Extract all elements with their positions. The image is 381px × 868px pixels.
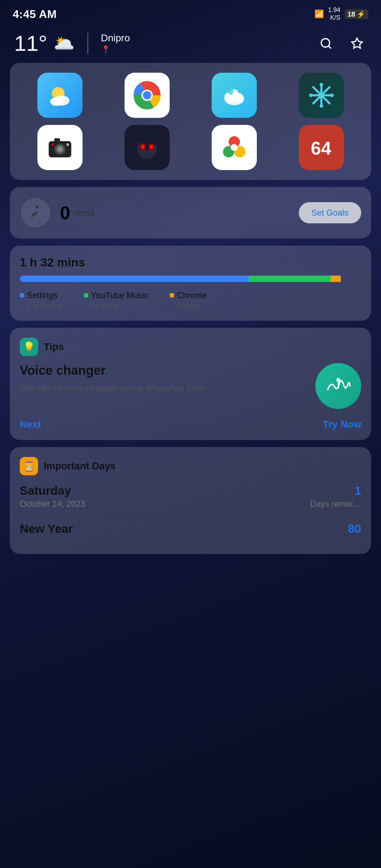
steps-info: 0 steps — [60, 202, 290, 223]
camera-app-icon[interactable] — [37, 125, 83, 170]
steps-count: 0 — [60, 202, 70, 223]
list-item[interactable] — [281, 73, 361, 118]
weather-cloud-icon: 🌥️ — [54, 34, 75, 53]
events-divider — [20, 517, 361, 518]
list-item[interactable] — [107, 125, 187, 170]
saturday-event-days: 1 — [355, 484, 361, 498]
svg-point-34 — [141, 145, 144, 149]
set-goals-button[interactable]: Set Goals — [299, 202, 361, 223]
tips-try-now-button[interactable]: Try Now — [323, 419, 361, 430]
tips-header: 💡 Tips — [20, 338, 361, 356]
important-days-icon: ⏳ — [20, 457, 38, 475]
screen-time-progress-bar — [20, 276, 361, 282]
settings-app-time: 1 h 5 mins — [20, 302, 63, 311]
chrome-app-icon[interactable] — [125, 73, 170, 118]
list-item[interactable] — [107, 73, 187, 118]
battery-icon: ⚡ — [357, 10, 365, 18]
64gram-app-icon[interactable]: 64 — [299, 125, 344, 170]
settings-color-dot — [20, 293, 24, 297]
tips-header-title: Tips — [44, 341, 64, 352]
svg-point-19 — [320, 83, 323, 86]
list-item[interactable] — [20, 125, 100, 170]
dark-app-icon[interactable] — [125, 125, 170, 170]
youtube-music-app-time: 22 mins — [84, 302, 149, 311]
new-year-event-name: New Year — [20, 522, 73, 536]
svg-point-35 — [150, 145, 153, 149]
google-photos-app-icon[interactable] — [212, 125, 257, 170]
settings-progress-segment — [20, 276, 249, 282]
list-item[interactable] — [194, 125, 274, 170]
profile-button[interactable] — [347, 34, 367, 53]
tips-actions[interactable]: Next Try Now — [20, 419, 361, 430]
svg-line-1 — [328, 46, 331, 48]
svg-marker-2 — [352, 38, 362, 48]
svg-point-21 — [309, 94, 313, 97]
status-bar: 4:45 AM 📶 1.94 K/S 18 ⚡ — [0, 0, 381, 25]
weather-location: Dnipro 📍 — [101, 32, 130, 54]
important-days-header: ⏳ Important Days — [20, 457, 361, 475]
weather-row: 11° 🌥️ Dnipro 📍 — [0, 25, 381, 63]
app-usage-list: Settings 1 h 5 mins YouTube Music 22 min… — [20, 290, 361, 311]
chrome-screen-time-name: Chrome — [177, 290, 207, 300]
saturday-days-label: Days remai… — [310, 499, 361, 509]
search-button[interactable] — [316, 34, 336, 53]
weather-actions[interactable] — [316, 34, 367, 53]
steps-label: steps — [73, 207, 95, 218]
cloud-sync-app-icon[interactable] — [212, 73, 257, 118]
new-year-event-days: 80 — [348, 522, 361, 536]
list-item: YouTube Music 22 mins — [84, 290, 149, 311]
tips-widget: 💡 Tips Voice changer You can try voice c… — [10, 328, 371, 440]
svg-point-20 — [320, 104, 323, 108]
list-item[interactable] — [20, 73, 100, 118]
important-days-title: Important Days — [44, 460, 116, 472]
youtube-music-app-name: YouTube Music — [91, 290, 149, 300]
lightbulb-icon: 💡 — [23, 341, 35, 353]
svg-point-28 — [66, 143, 69, 146]
list-item[interactable]: 64 — [281, 125, 361, 170]
settings-app-name: Settings — [27, 290, 58, 300]
hourglass-icon: ⏳ — [23, 460, 35, 472]
weather-divider — [87, 33, 88, 54]
weather-left: 11° 🌥️ Dnipro 📍 — [14, 32, 130, 54]
tips-next-button[interactable]: Next — [20, 419, 41, 430]
svg-point-22 — [330, 94, 334, 97]
freeze-app-icon[interactable] — [299, 73, 344, 118]
saturday-event-name: Saturday — [20, 484, 71, 498]
steps-content: 0 steps Set Goals — [20, 197, 361, 229]
status-icons: 📶 1.94 K/S 18 ⚡ — [314, 6, 368, 22]
svg-point-8 — [143, 91, 151, 100]
important-days-widget: ⏳ Important Days Saturday 1 October 14, … — [10, 447, 371, 554]
status-time: 4:45 AM — [13, 8, 57, 21]
tips-content: Voice changer You can try voice changer … — [20, 363, 361, 409]
steps-circle-icon — [20, 197, 52, 229]
tips-description: You can try voice changer during WhatsAp… — [20, 382, 308, 394]
weather-app-icon[interactable] — [37, 73, 83, 118]
list-item: Chrome 2 mins — [170, 290, 207, 311]
network-speed: 1.94 K/S — [328, 6, 340, 22]
weather-temp: 11° — [14, 32, 47, 54]
svg-point-13 — [228, 89, 234, 95]
widgets-container: 64 0 steps Set Goals 1 — [0, 63, 381, 554]
list-item: Settings 1 h 5 mins — [20, 290, 63, 311]
battery-badge: 18 ⚡ — [345, 9, 368, 19]
list-item[interactable] — [194, 73, 274, 118]
chrome-progress-segment — [331, 276, 341, 282]
wifi-icon: 📶 — [314, 10, 324, 19]
tips-main-title: Voice changer — [20, 363, 308, 378]
tips-icon: 💡 — [20, 338, 38, 356]
new-year-event-row: New Year 80 — [20, 522, 361, 536]
screen-time-widget: 1 h 32 mins Settings 1 h 5 mins YouTube … — [10, 246, 371, 321]
svg-point-41 — [36, 206, 38, 208]
saturday-event-row: Saturday 1 — [20, 484, 361, 498]
svg-point-26 — [58, 147, 62, 152]
svg-point-18 — [319, 92, 324, 98]
svg-point-42 — [336, 378, 340, 382]
screen-time-total: 1 h 32 mins — [20, 255, 361, 269]
weather-city: Dnipro — [101, 32, 130, 44]
svg-point-5 — [50, 97, 63, 106]
saturday-event-date-row: October 14, 2023 Days remai… — [20, 499, 361, 509]
voice-changer-illustration — [315, 363, 361, 409]
youtube-music-progress-segment — [249, 276, 331, 282]
app-grid: 64 — [20, 73, 361, 170]
chrome-screen-time-time: 2 mins — [170, 302, 207, 311]
